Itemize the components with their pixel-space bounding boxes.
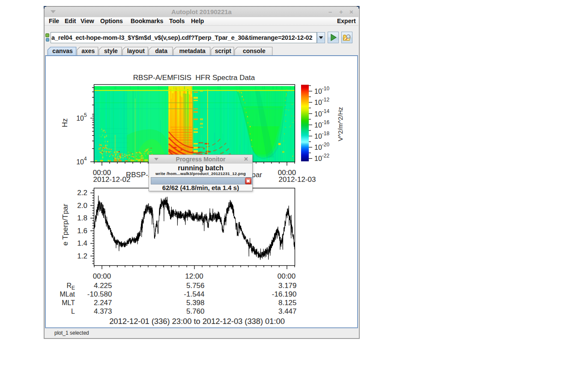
svg-text:10-14: 10-14	[314, 108, 329, 118]
svg-text:style: style	[104, 48, 118, 54]
svg-text:RE: RE	[66, 282, 75, 291]
svg-text:par: par	[251, 171, 262, 179]
svg-text:layout: layout	[127, 48, 145, 54]
svg-text:10-20: 10-20	[314, 142, 329, 151]
svg-text:axes: axes	[81, 48, 95, 54]
svg-text:2.2: 2.2	[77, 189, 87, 197]
svg-text:V^2/m^2/Hz: V^2/m^2/Hz	[337, 107, 344, 141]
svg-text:3.447: 3.447	[278, 307, 297, 315]
svg-text:00:00: 00:00	[278, 272, 296, 280]
svg-text:canvas: canvas	[52, 48, 73, 54]
svg-text:10-12: 10-12	[314, 97, 329, 106]
svg-text:-1.544: -1.544	[184, 290, 204, 298]
svg-text:00:00: 00:00	[93, 272, 111, 280]
svg-text:console: console	[243, 48, 266, 54]
svg-text:5.756: 5.756	[186, 282, 205, 290]
svg-text:MLT: MLT	[62, 299, 75, 306]
svg-text:8.125: 8.125	[278, 299, 297, 307]
svg-text:5: 5	[84, 112, 87, 118]
svg-text:10: 10	[76, 158, 84, 166]
svg-text:1.2: 1.2	[77, 252, 87, 260]
svg-text:script: script	[215, 48, 231, 54]
svg-text:L: L	[71, 308, 75, 315]
svg-text:MLat: MLat	[60, 291, 75, 298]
svg-text:10-18: 10-18	[314, 131, 329, 140]
svg-text:metadata: metadata	[179, 48, 206, 54]
svg-text:5.760: 5.760	[186, 307, 205, 315]
svg-text:RBSP-A/EMFISIS HFR Spectra Da: RBSP-A/EMFISIS HFR Spectra Data	[133, 74, 255, 82]
svg-text:-16.190: -16.190	[272, 290, 297, 298]
svg-text:10-22: 10-22	[314, 153, 329, 162]
svg-text:1.4: 1.4	[77, 239, 87, 247]
svg-text:12:00: 12:00	[185, 272, 203, 280]
svg-text:4.373: 4.373	[94, 307, 112, 315]
svg-text:1.8: 1.8	[77, 214, 87, 222]
svg-text:2.247: 2.247	[94, 299, 112, 307]
svg-text:1.6: 1.6	[77, 227, 87, 235]
svg-text:2012-12-02: 2012-12-02	[93, 175, 131, 184]
svg-text:2012-12-03: 2012-12-03	[279, 175, 316, 184]
svg-text:2012-12-01 (336) 23:00 to 2012: 2012-12-01 (336) 23:00 to 2012-12-03 (33…	[109, 317, 285, 326]
svg-text:e Tperp/Tpar: e Tperp/Tpar	[61, 204, 69, 246]
svg-text:2.0: 2.0	[77, 202, 87, 210]
svg-text:-10.580: -10.580	[87, 290, 112, 298]
svg-text:Hz: Hz	[61, 119, 69, 128]
svg-text:data: data	[155, 48, 167, 54]
svg-text:4.225: 4.225	[94, 282, 112, 290]
svg-text:5.398: 5.398	[186, 299, 205, 307]
svg-text:4: 4	[84, 156, 87, 162]
svg-text:10-10: 10-10	[314, 86, 329, 95]
svg-text:3.179: 3.179	[278, 282, 297, 290]
svg-text:10-16: 10-16	[314, 119, 329, 129]
svg-text:10: 10	[76, 115, 84, 122]
